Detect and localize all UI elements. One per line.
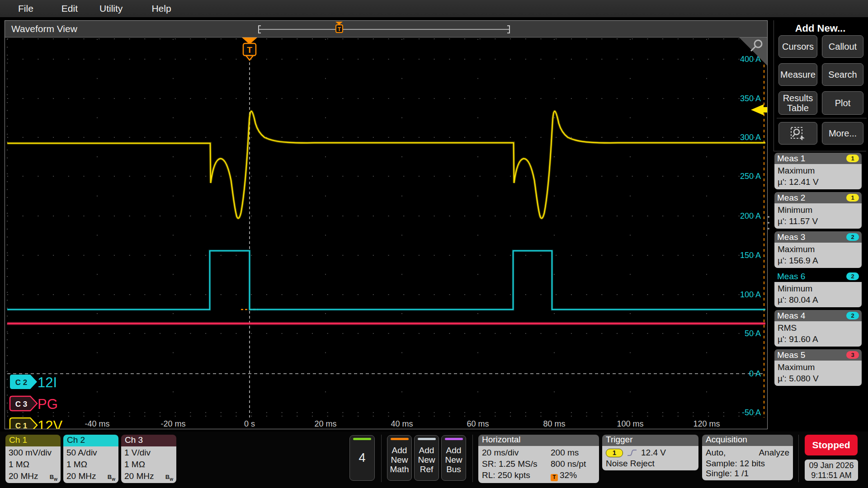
channel-badge-ch2[interactable]: C 2 12I	[10, 375, 57, 390]
zoom-select-icon	[790, 127, 806, 140]
meas-type: Maximum	[778, 244, 859, 255]
bottom-settings-bar: Ch 1 300 mV/div 1 MΩ 20 MHz Bw Ch 2 50 A…	[0, 432, 868, 488]
cursors-button[interactable]: Cursors	[778, 35, 817, 58]
channel-badge-ch1[interactable]: C 1 12V	[10, 418, 62, 429]
trigger-title: Trigger	[602, 435, 698, 446]
channel-4-button[interactable]: 4	[349, 435, 375, 481]
meas-title: Meas 5	[777, 350, 805, 360]
channel-2-scale: 50 A/div	[66, 447, 115, 459]
meas-type: Minimum	[778, 204, 859, 216]
meas-title: Meas 3	[777, 232, 805, 242]
meas-5-panel[interactable]: Meas 5 3 Maximum µ': 5.080 V	[774, 349, 862, 386]
y-axis-label: 350 A	[740, 94, 761, 103]
y-axis-label: 100 A	[740, 290, 761, 299]
meas-1-panel[interactable]: Meas 1 1 Maximum µ': 12.41 V	[774, 153, 862, 189]
x-axis-label: 120 ms	[693, 419, 720, 428]
x-axis-label: 80 ms	[543, 419, 565, 428]
x-axis-label: 60 ms	[467, 419, 489, 428]
x-axis-label: 100 ms	[617, 419, 643, 428]
meas-title: Meas 1	[777, 154, 805, 164]
y-axis-label: 300 A	[740, 133, 761, 142]
y-axis-label: -50 A	[742, 408, 761, 417]
acquisition-mode: Auto,	[706, 447, 726, 459]
acquisition-analyze: Analyze	[759, 447, 789, 459]
horizontal-scale: 20 ms/div	[482, 447, 551, 458]
channel-2-badge[interactable]: Ch 2 50 A/div 1 MΩ 20 MHz Bw	[63, 435, 118, 483]
acquisition-single: Single: 1 /1	[706, 469, 789, 479]
meas-2-panel[interactable]: Meas 2 1 Minimum µ': 11.57 V	[774, 192, 862, 229]
meas-value: µ': 91.60 A	[778, 333, 859, 345]
bandwidth-limit-icon: Bw	[108, 471, 115, 483]
record-view-slider[interactable]: T	[5, 21, 767, 37]
x-axis-label: 20 ms	[314, 419, 336, 428]
results-table-button[interactable]: Results Table	[778, 91, 817, 115]
y-axis-label: 50 A	[745, 329, 761, 338]
measure-button[interactable]: Measure	[778, 63, 817, 86]
meas-6-panel[interactable]: Meas 6 2 Minimum µ': 80.04 A	[774, 271, 862, 307]
channel-1-badge[interactable]: Ch 1 300 mV/div 1 MΩ 20 MHz Bw	[5, 435, 61, 483]
acquisition-title: Acquisition	[702, 435, 793, 446]
channel-1-scale: 300 mV/div	[9, 447, 57, 459]
waveform-title-bar: Waveform View T	[5, 21, 767, 38]
trigger-position: T32%	[551, 469, 596, 481]
channel-4-label: 4	[350, 451, 374, 465]
right-sidebar: Add New... Cursors Callout Measure Searc…	[771, 20, 868, 429]
trigger-position-icon: T	[551, 474, 558, 481]
source-badge: 2	[846, 233, 859, 241]
menu-edit[interactable]: Edit	[61, 3, 78, 14]
channel-badge-ch3[interactable]: C 3 PG	[10, 396, 58, 412]
meas-4-panel[interactable]: Meas 4 2 RMS µ': 91.60 A	[774, 310, 862, 347]
channel-3-badge[interactable]: Ch 3 1 V/div 1 MΩ 20 MHz Bw	[121, 435, 176, 483]
record-view-trigger-marker[interactable]: T	[335, 22, 343, 33]
meas-type: Maximum	[778, 165, 859, 176]
trigger-level-arrow[interactable]	[751, 104, 764, 115]
bus-color-stripe	[445, 438, 463, 440]
channel-2-name: Ch 2	[63, 435, 118, 446]
channel-1-impedance: 1 MΩ	[9, 459, 57, 470]
math-color-stripe	[391, 438, 409, 440]
meas-value: µ': 11.57 V	[778, 216, 859, 227]
y-axis-label: 150 A	[740, 251, 761, 260]
plot-button[interactable]: Plot	[822, 91, 863, 115]
channel-3-name: Ch 3	[121, 435, 176, 446]
svg-text:T: T	[338, 26, 341, 33]
channel-label-ch3: PG	[38, 396, 58, 412]
acquisition-badge[interactable]: Acquisition Auto, Analyze Sample: 12 bit…	[702, 435, 793, 480]
channel-label-ch1: 12V	[38, 418, 62, 429]
add-new-ref-button[interactable]: Add New Ref	[414, 435, 439, 481]
channel-1-name: Ch 1	[5, 435, 61, 446]
meas-value: µ': 5.080 V	[778, 373, 859, 384]
horizontal-window: 200 ms	[551, 447, 596, 458]
callout-button[interactable]: Callout	[822, 35, 863, 58]
menu-bar: File Edit Utility Help	[0, 0, 868, 17]
horizontal-badge[interactable]: Horizontal 20 ms/div 200 ms SR: 1.25 MS/…	[478, 435, 599, 483]
separator	[472, 435, 473, 482]
search-button[interactable]: Search	[822, 63, 863, 86]
add-new-math-button[interactable]: Add New Math	[387, 435, 412, 481]
rising-edge-icon	[627, 448, 637, 457]
menu-utility[interactable]: Utility	[99, 3, 123, 14]
date-time-display[interactable]: 09 Jan 2026 9:11:51 AM	[805, 460, 858, 481]
menu-file[interactable]: File	[18, 3, 33, 14]
menu-help[interactable]: Help	[151, 3, 171, 14]
measurement-list: Meas 1 1 Maximum µ': 12.41 V Meas 2 1 Mi…	[774, 153, 862, 389]
zoom-select-button[interactable]	[778, 122, 817, 145]
trigger-badge[interactable]: Trigger 1 12.4 V Noise Reject	[602, 435, 698, 470]
meas-title: Meas 2	[777, 193, 805, 203]
waveform-view-panel: Waveform View T	[5, 20, 768, 429]
y-axis-label: 200 A	[740, 211, 761, 221]
trigger-marker[interactable]: T	[242, 38, 257, 60]
panel-splitter-handle[interactable]	[767, 216, 770, 230]
bandwidth-limit-icon: Bw	[165, 471, 173, 483]
meas-type: Maximum	[778, 361, 859, 373]
meas-3-panel[interactable]: Meas 3 2 Maximum µ': 156.9 A	[774, 231, 862, 268]
svg-text:C 3: C 3	[15, 400, 27, 408]
run-stop-status-button[interactable]: Stopped	[805, 435, 858, 455]
graticule-dots	[7, 39, 764, 418]
trigger-level: 12.4 V	[641, 447, 666, 459]
add-new-bus-button[interactable]: Add New Bus	[441, 435, 466, 481]
more-button[interactable]: More...	[822, 122, 863, 145]
meas-type: Minimum	[778, 283, 859, 294]
acquisition-sample: Sample: 12 bits	[706, 459, 789, 469]
svg-text:T: T	[247, 45, 252, 55]
